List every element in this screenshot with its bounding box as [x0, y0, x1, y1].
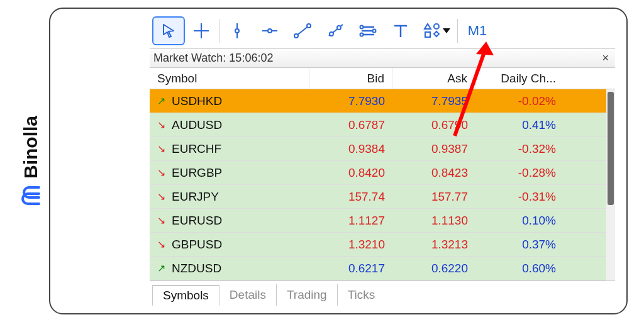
cursor-tool-button[interactable] [152, 16, 185, 45]
dropdown-caret-icon [443, 28, 450, 33]
change-value: -0.32% [475, 137, 564, 160]
equidistant-channel-tool-button[interactable] [352, 16, 384, 45]
vertical-line-icon [228, 22, 246, 40]
arrow-up-icon: ↗ [157, 262, 165, 274]
table-row[interactable]: ↗NZDUSD0.62170.62200.60% [150, 257, 606, 280]
symbol-label: EURJPY [172, 190, 219, 204]
shapes-tool-button[interactable] [417, 16, 456, 45]
svg-point-11 [337, 26, 341, 30]
drawing-toolbar: M1 [150, 13, 615, 49]
ask-value: 1.3213 [392, 233, 475, 256]
panel-title: Market Watch: 15:06:02 [153, 52, 273, 65]
change-value: -0.31% [475, 185, 564, 208]
svg-point-10 [330, 32, 333, 36]
svg-point-8 [307, 24, 311, 28]
text-tool-button[interactable] [384, 16, 417, 45]
change-value: 0.10% [475, 209, 564, 232]
ask-value: 7.7935 [392, 89, 475, 113]
symbol-label: AUDUSD [172, 118, 222, 132]
bid-value: 157.74 [309, 185, 392, 208]
table-row[interactable]: ↘EURJPY157.74157.77-0.31% [150, 185, 606, 209]
ask-value: 0.9387 [392, 137, 475, 160]
bid-value: 0.6217 [309, 257, 392, 280]
col-bid[interactable]: Bid [309, 68, 392, 89]
change-value: 0.60% [475, 257, 564, 280]
arrow-down-icon: ↘ [157, 191, 165, 203]
svg-marker-20 [425, 24, 431, 29]
crosshair-tool-button[interactable] [185, 16, 218, 45]
text-icon [392, 22, 409, 40]
tab-trading[interactable]: Trading [277, 284, 338, 306]
toolbar-separator [457, 19, 458, 43]
bid-value: 0.6787 [309, 113, 392, 136]
ask-value: 0.6220 [392, 257, 475, 280]
svg-marker-23 [434, 31, 439, 36]
toolbar-separator [219, 19, 219, 43]
svg-point-5 [268, 29, 272, 33]
ask-value: 0.8423 [392, 161, 475, 184]
table-column-headers: Symbol Bid Ask Daily Ch... [150, 68, 615, 89]
trend-line-icon [294, 22, 311, 40]
close-button[interactable]: × [599, 52, 611, 65]
symbol-label: NZDUSD [172, 262, 221, 275]
brand: Binolla [13, 0, 49, 322]
ask-value: 157.77 [392, 185, 475, 208]
table-row[interactable]: ↗USDHKD7.79307.7935-0.02% [150, 89, 606, 113]
svg-point-17 [360, 33, 364, 36]
col-symbol[interactable]: Symbol [150, 68, 309, 89]
timeframe-button[interactable]: M1 [459, 18, 496, 43]
svg-point-15 [360, 25, 364, 28]
app-frame: M1 Market Watch: 15:06:02 × Symbol Bid A… [49, 8, 628, 314]
arrow-down-icon: ↘ [157, 214, 165, 226]
svg-point-16 [373, 29, 376, 32]
change-value: 0.37% [475, 233, 564, 256]
brand-label: Binolla [20, 116, 42, 179]
crosshair-icon [192, 22, 210, 40]
vertical-scrollbar[interactable] [606, 89, 615, 280]
symbol-label: EURGBP [172, 166, 222, 180]
ask-value: 0.6790 [392, 113, 475, 136]
vertical-line-tool-button[interactable] [221, 16, 253, 45]
trend-line-tool-button[interactable] [286, 16, 319, 45]
horizontal-line-icon [261, 22, 279, 40]
svg-rect-22 [425, 32, 430, 37]
bid-value: 0.9384 [309, 137, 392, 160]
shapes-icon [423, 22, 441, 40]
table-row[interactable]: ↘AUDUSD0.67870.67900.41% [150, 113, 606, 137]
arrow-down-icon: ↘ [157, 119, 165, 131]
bid-value: 0.8420 [309, 161, 392, 184]
table-row[interactable]: ↘GBPUSD1.32101.32130.37% [150, 233, 606, 257]
symbol-label: EURCHF [172, 142, 221, 156]
change-value: 0.41% [475, 113, 564, 136]
market-watch-rows: ↗USDHKD7.79307.7935-0.02%↘AUDUSD0.67870.… [150, 89, 606, 280]
arrow-up-icon: ↗ [157, 95, 165, 107]
bid-value: 1.1127 [309, 209, 392, 232]
col-change[interactable]: Daily Ch... [475, 68, 564, 89]
table-row[interactable]: ↘EURGBP0.84200.8423-0.28% [150, 161, 606, 185]
svg-point-21 [434, 24, 439, 29]
tab-symbols[interactable]: Symbols [152, 285, 219, 306]
scrollbar-thumb[interactable] [608, 92, 614, 205]
horizontal-line-tool-button[interactable] [253, 16, 286, 45]
table-row[interactable]: ↘EURUSD1.11271.11300.10% [150, 209, 606, 233]
change-value: -0.28% [475, 161, 564, 184]
equidistant-channel-icon [359, 22, 377, 40]
symbol-label: EURUSD [172, 214, 222, 228]
arrow-down-icon: ↘ [157, 238, 165, 250]
brand-logo-icon [20, 185, 42, 206]
angle-trend-tool-button[interactable] [319, 16, 352, 45]
svg-point-3 [235, 29, 239, 33]
bid-value: 1.3210 [309, 233, 392, 256]
angle-trend-icon [326, 22, 344, 40]
ask-value: 1.1130 [392, 209, 475, 232]
bid-value: 7.7930 [309, 89, 392, 113]
arrow-down-icon: ↘ [157, 143, 165, 155]
svg-point-7 [294, 34, 298, 38]
table-row[interactable]: ↘EURCHF0.93840.9387-0.32% [150, 137, 606, 161]
cursor-icon [160, 22, 177, 40]
col-ask[interactable]: Ask [392, 68, 475, 89]
change-value: -0.02% [475, 89, 564, 113]
tab-ticks[interactable]: Ticks [338, 284, 386, 306]
tab-details[interactable]: Details [219, 284, 277, 306]
market-watch-tabs: Symbols Details Trading Ticks [150, 280, 615, 306]
